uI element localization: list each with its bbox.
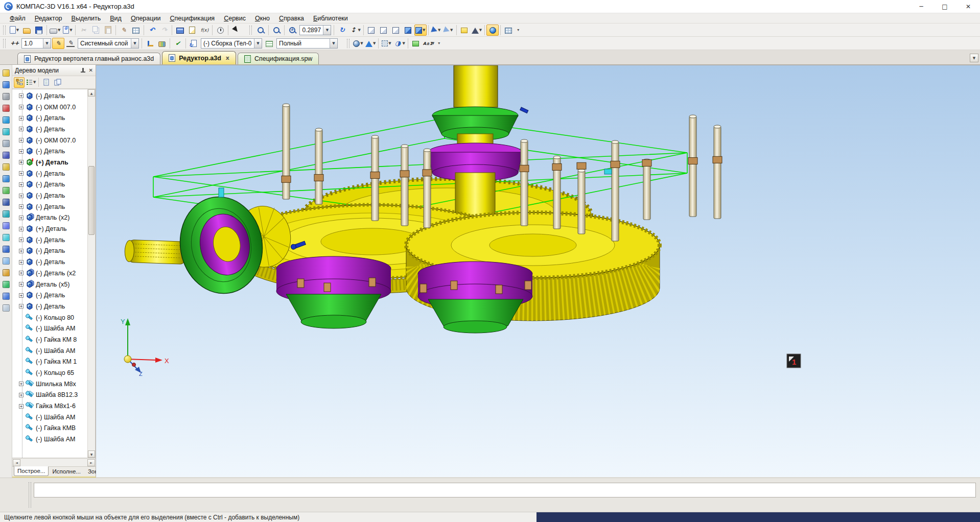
copy-properties-button[interactable]	[118, 25, 130, 36]
tree-item[interactable]: +Шпилька М8х	[12, 378, 87, 390]
doc-tab-1[interactable]: Редуктор вертолета главный разнос.a3d	[17, 53, 160, 64]
tree-tab-2[interactable]: Исполне...	[49, 467, 84, 477]
rotate-view-button[interactable]	[336, 25, 348, 36]
check-document-button[interactable]	[172, 38, 184, 49]
paste-button[interactable]	[102, 25, 114, 36]
print-preview-button[interactable]: ▼	[61, 25, 74, 36]
measure-3d-panel-button[interactable]	[1, 232, 11, 243]
tree-vertical-scrollbar[interactable]: ▲ ▼	[87, 89, 95, 458]
local-cs-button[interactable]	[144, 38, 156, 49]
tree-item[interactable]: +(-) Гайка КМ 1	[12, 357, 87, 368]
spatial-curves-panel-button[interactable]	[1, 79, 11, 90]
chevron-down-icon[interactable]: ▼	[131, 39, 138, 48]
stud[interactable]	[424, 150, 431, 228]
simplified-display-button[interactable]	[502, 25, 515, 36]
display-section-button[interactable]: ▼	[392, 38, 406, 49]
additional-window-button[interactable]	[52, 77, 63, 88]
tree-item[interactable]: +(-) Деталь	[12, 168, 87, 179]
current-step-combo[interactable]: 1.0▼	[21, 38, 51, 49]
toolbar-grip[interactable]	[3, 39, 6, 48]
tree-expander[interactable]: +	[19, 194, 24, 198]
tree-expander[interactable]: +	[19, 171, 24, 176]
tree-close-icon[interactable]: ✕	[89, 67, 93, 73]
stud[interactable]	[315, 130, 322, 204]
undo-button[interactable]	[146, 25, 158, 36]
current-scale-combo[interactable]: 0.2897▼	[299, 25, 331, 35]
tree-tab-1[interactable]: Построе...	[14, 466, 49, 476]
tab-scroll-button[interactable]: ▼	[970, 54, 978, 62]
doc-tab-2[interactable]: Редуктор.a3dx	[162, 51, 236, 64]
print-button[interactable]: ▼	[49, 25, 61, 36]
redo-button[interactable]	[158, 25, 170, 36]
view-isometry-button[interactable]	[390, 25, 402, 36]
orientation-button[interactable]: ▼	[414, 25, 427, 36]
tree-item[interactable]: +Деталь (x2)	[12, 212, 87, 224]
zoom-area-button[interactable]	[270, 25, 283, 36]
tree-item[interactable]: +(-) Деталь	[12, 190, 87, 201]
toolbar-grip[interactable]	[347, 39, 349, 48]
view-top-button[interactable]	[378, 25, 390, 36]
window-manager-button[interactable]	[174, 25, 186, 36]
tree-expander[interactable]: +	[19, 227, 24, 231]
toolbar-overflow-icon[interactable]: ▾	[435, 38, 442, 49]
snap-points-button[interactable]	[8, 38, 20, 49]
menu-item-7[interactable]: Сервис	[219, 14, 250, 23]
tree-item[interactable]: +(-) Деталь	[12, 201, 87, 212]
chevron-down-icon[interactable]: ▼	[323, 26, 331, 35]
direction-panel-button[interactable]	[1, 126, 11, 137]
text-tools-panel-button[interactable]	[1, 150, 11, 160]
tree-expander[interactable]: +	[19, 304, 24, 309]
tree-item[interactable]: +(-) Деталь	[12, 112, 87, 124]
tree-expander[interactable]: +	[19, 404, 24, 409]
properties-button[interactable]	[130, 25, 142, 36]
attach-point-panel-button[interactable]	[1, 103, 11, 113]
surfaces-panel-button[interactable]	[1, 197, 11, 207]
open-document-button[interactable]	[20, 25, 33, 36]
hidden-lines-button[interactable]: ▼	[430, 25, 442, 36]
menu-item-6[interactable]: Спецификация	[165, 14, 219, 23]
stud[interactable]	[283, 105, 290, 199]
grid-panel-panel-button[interactable]	[1, 302, 11, 313]
tree-item[interactable]: +Деталь (x5)	[12, 279, 87, 290]
scrollbar-thumb[interactable]	[88, 166, 95, 235]
viewport-3d[interactable]: Y X Z 1	[96, 65, 980, 478]
perspective-button[interactable]	[486, 25, 499, 36]
tree-expander[interactable]: +	[19, 238, 24, 242]
free-sketch-button[interactable]	[64, 38, 77, 49]
variables-button[interactable]	[198, 25, 211, 36]
tree-item[interactable]: +(-) Деталь	[12, 124, 87, 135]
display-shaded-button[interactable]: ▼	[364, 38, 377, 49]
wireframe-display-button[interactable]	[458, 25, 471, 36]
close-button[interactable]: ✕	[956, 0, 980, 13]
tree-expander[interactable]: +	[19, 182, 24, 187]
tree-item[interactable]: +(-) Деталь	[12, 301, 87, 312]
scroll-up-icon[interactable]: ▲	[88, 89, 95, 97]
tree-expander[interactable]: +	[19, 282, 24, 287]
conditional-marks-panel-button[interactable]	[1, 244, 11, 254]
tree-item[interactable]: +(-) ОКМ 007.0	[12, 135, 87, 146]
tree-expander[interactable]: +	[19, 271, 24, 275]
menu-item-3[interactable]: Выделить	[67, 14, 106, 23]
tree-item[interactable]: +(-) Шайба АМ	[12, 345, 87, 357]
menu-item-10[interactable]: Библиотеки	[309, 14, 353, 23]
scroll-right-icon[interactable]: ►	[87, 459, 95, 466]
stud[interactable]	[643, 160, 650, 220]
new-from-template-button[interactable]	[186, 25, 198, 36]
stud[interactable]	[689, 116, 696, 217]
tree-item[interactable]: +Гайка М8х1-6	[12, 400, 87, 412]
menu-item-4[interactable]: Вид	[105, 14, 126, 23]
macro-recorder-button[interactable]	[214, 25, 226, 36]
relations-panel-button[interactable]	[41, 77, 52, 88]
rebuild-model-button[interactable]	[188, 38, 200, 49]
tree-item[interactable]: +(-) Гайка КМ 8	[12, 334, 87, 345]
copy-button[interactable]	[89, 25, 102, 36]
tree-composition-button[interactable]: ▼	[25, 77, 36, 88]
tree-expander[interactable]: +	[19, 138, 24, 143]
view-shaded-cube-button[interactable]	[402, 25, 414, 36]
menu-item-5[interactable]: Операции	[126, 14, 165, 23]
tree-horizontal-scrollbar[interactable]: ◄ ►	[12, 458, 96, 466]
design-elements-panel-button[interactable]	[1, 255, 11, 266]
stud[interactable]	[521, 141, 528, 226]
tree-item[interactable]: +(-) Деталь	[12, 234, 87, 246]
tree-item[interactable]: +(-) Деталь	[12, 90, 87, 102]
